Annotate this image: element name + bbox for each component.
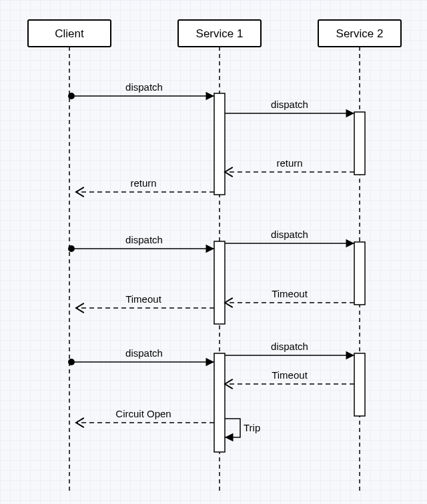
activation-service1-3 bbox=[214, 353, 225, 452]
msg-dispatch-1b: dispatch bbox=[225, 99, 354, 113]
activation-service2-2 bbox=[354, 242, 365, 305]
msg-return-1b: return bbox=[225, 157, 354, 172]
actor-client-label: Client bbox=[55, 27, 84, 40]
svg-text:dispatch: dispatch bbox=[271, 99, 308, 110]
msg-timeout-2a: Timeout bbox=[76, 293, 214, 308]
msg-dispatch-1a: dispatch bbox=[75, 81, 214, 96]
svg-rect-8 bbox=[354, 112, 365, 175]
svg-rect-29 bbox=[214, 353, 225, 452]
activation-client-1 bbox=[68, 93, 75, 99]
svg-point-28 bbox=[68, 359, 75, 365]
svg-text:Trip: Trip bbox=[244, 422, 260, 433]
svg-rect-18 bbox=[214, 241, 225, 324]
svg-point-17 bbox=[68, 245, 75, 252]
svg-text:Timeout: Timeout bbox=[272, 369, 308, 381]
svg-text:return: return bbox=[276, 157, 302, 169]
msg-timeout-3b: Timeout bbox=[225, 369, 354, 384]
svg-text:dispatch: dispatch bbox=[125, 234, 163, 245]
msg-dispatch-2a: dispatch bbox=[75, 234, 214, 249]
activation-service2-1 bbox=[354, 112, 365, 175]
svg-rect-19 bbox=[354, 242, 365, 305]
svg-text:Circuit Open: Circuit Open bbox=[115, 408, 171, 419]
actor-service2-label: Service 2 bbox=[336, 27, 384, 40]
svg-text:dispatch: dispatch bbox=[125, 347, 163, 359]
actor-service1-label: Service 1 bbox=[196, 27, 244, 40]
msg-circuit-open: Circuit Open bbox=[76, 408, 214, 423]
msg-return-1a: return bbox=[76, 177, 214, 192]
svg-text:dispatch: dispatch bbox=[271, 341, 308, 352]
svg-text:dispatch: dispatch bbox=[271, 229, 308, 240]
svg-text:Timeout: Timeout bbox=[272, 288, 308, 299]
msg-dispatch-2b: dispatch bbox=[225, 229, 354, 243]
svg-text:Timeout: Timeout bbox=[125, 293, 161, 305]
activation-client-3 bbox=[68, 359, 75, 365]
activation-service1-1 bbox=[214, 93, 225, 195]
msg-timeout-2b: Timeout bbox=[225, 288, 354, 303]
svg-text:return: return bbox=[130, 177, 156, 189]
activation-client-2 bbox=[68, 245, 75, 252]
svg-text:dispatch: dispatch bbox=[125, 81, 163, 93]
svg-rect-7 bbox=[214, 93, 225, 195]
msg-dispatch-3b: dispatch bbox=[225, 341, 354, 355]
svg-point-6 bbox=[68, 93, 75, 99]
msg-dispatch-3a: dispatch bbox=[75, 347, 214, 362]
activation-service2-3 bbox=[354, 353, 365, 416]
svg-rect-30 bbox=[354, 353, 365, 416]
msg-trip: Trip bbox=[225, 419, 260, 437]
activation-service1-2 bbox=[214, 241, 225, 324]
